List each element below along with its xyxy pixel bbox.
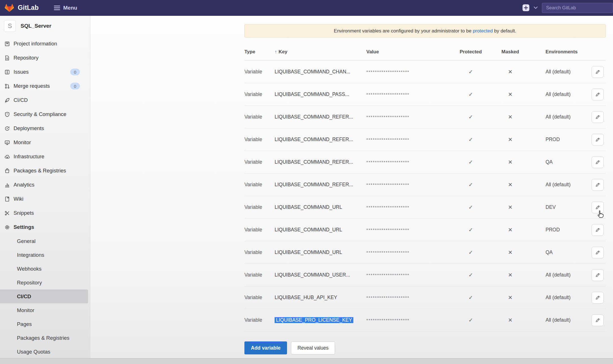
gitlab-home-link[interactable]: GitLab: [5, 3, 39, 12]
pencil-icon: [595, 69, 600, 74]
sidebar-item-settings[interactable]: Settings: [0, 220, 90, 234]
sidebar-item-ci-cd[interactable]: CI/CD: [0, 93, 90, 107]
masked-x-icon: ✕: [491, 249, 530, 256]
sidebar-item-issues[interactable]: Issues 0: [0, 65, 90, 79]
menu-button[interactable]: Menu: [54, 5, 77, 11]
sidebar-item-security-compliance[interactable]: Security & Compliance: [0, 107, 90, 121]
admin-protected-banner: Environment variables are configured by …: [244, 24, 606, 38]
protected-check-icon: ✓: [451, 91, 491, 98]
variable-row: Variable LIQUIBASE_COMMAND_REFER... ****…: [244, 151, 606, 174]
issues-icon: [4, 69, 10, 75]
chevron-down-icon[interactable]: [534, 6, 538, 9]
variables-table-header: Type ↑ Key Value Protected Masked Enviro…: [244, 38, 606, 61]
masked-x-icon: ✕: [491, 227, 530, 233]
project-header[interactable]: S SQL_Server: [0, 16, 90, 34]
gear-icon: [4, 225, 10, 230]
protected-check-icon: ✓: [451, 69, 491, 75]
variable-row: Variable LIQUIBASE_COMMAND_REFER... ****…: [244, 128, 606, 151]
selected-key-text: LIQUIBASE_PRO_LICENSE_KEY: [275, 317, 353, 323]
protected-check-icon: ✓: [451, 317, 491, 323]
masked-x-icon: ✕: [491, 204, 530, 210]
sidebar-subitem-repository[interactable]: Repository: [0, 276, 90, 290]
project-information-icon: [4, 41, 10, 47]
edit-variable-button[interactable]: [592, 292, 604, 304]
analytics-icon: [4, 182, 10, 188]
new-item-plus-icon[interactable]: [522, 4, 529, 11]
edit-variable-button[interactable]: [592, 156, 604, 168]
sidebar-item-deployments[interactable]: Deployments: [0, 121, 90, 135]
protected-check-icon: ✓: [451, 204, 491, 210]
sidebar-item-project-information[interactable]: Project information: [0, 37, 90, 51]
merge-requests-count-badge: 0: [70, 83, 80, 89]
variable-row: Variable LIQUIBASE_HUB_API_KEY *********…: [244, 286, 606, 309]
snippets-icon: [4, 210, 10, 216]
sidebar-subitem-monitor[interactable]: Monitor: [0, 303, 90, 317]
masked-x-icon: ✕: [491, 317, 530, 323]
variable-row: Variable LIQUIBASE_COMMAND_URL *********…: [244, 241, 606, 264]
sidebar-item-analytics[interactable]: Analytics: [0, 178, 90, 192]
sidebar-subitem-usage-quotas[interactable]: Usage Quotas: [0, 345, 90, 359]
sidebar-subitem-pages[interactable]: Pages: [0, 317, 90, 331]
sidebar-item-packages-registries[interactable]: Packages & Registries: [0, 164, 90, 178]
edit-variable-button[interactable]: [592, 201, 604, 213]
sidebar-item-repository[interactable]: Repository: [0, 51, 90, 65]
edit-variable-button[interactable]: [592, 134, 604, 146]
sidebar-item-merge-requests[interactable]: Merge requests 0: [0, 79, 90, 93]
sidebar-subitem-webhooks[interactable]: Webhooks: [0, 262, 90, 276]
col-header-type: Type: [244, 49, 275, 55]
protected-link[interactable]: protected: [473, 28, 493, 34]
edit-variable-button[interactable]: [592, 111, 604, 123]
sidebar-subitem-packages-registries[interactable]: Packages & Registries: [0, 331, 90, 345]
variable-row: Variable LIQUIBASE_COMMAND_REFER... ****…: [244, 106, 606, 128]
sidebar-nav: Project information Repository Issues 0 …: [0, 37, 90, 359]
sidebar: S SQL_Server Project information Reposit…: [0, 16, 90, 364]
add-variable-button[interactable]: Add variable: [244, 341, 287, 354]
edit-variable-button[interactable]: [592, 89, 604, 100]
edit-variable-button[interactable]: [592, 179, 604, 191]
gitlab-wordmark: GitLab: [18, 4, 39, 12]
pencil-icon: [595, 92, 600, 97]
reveal-values-button[interactable]: Reveal values: [291, 341, 335, 354]
pencil-icon: [595, 115, 600, 119]
edit-variable-button[interactable]: [592, 269, 604, 281]
sidebar-item-wiki[interactable]: Wiki: [0, 192, 90, 206]
pencil-icon: [595, 295, 600, 300]
pencil-icon: [595, 227, 600, 232]
col-header-key[interactable]: ↑ Key: [275, 49, 366, 55]
protected-check-icon: ✓: [451, 272, 491, 278]
pencil-icon: [595, 160, 600, 165]
sidebar-subitem-ci-cd[interactable]: CI/CD: [0, 290, 88, 303]
sidebar-subitem-integrations[interactable]: Integrations: [0, 248, 90, 262]
bottom-edge-strip: [0, 358, 613, 364]
pencil-icon: [595, 318, 600, 323]
edit-variable-button[interactable]: [592, 66, 604, 78]
topbar: GitLab Menu: [0, 0, 613, 16]
protected-check-icon: ✓: [451, 114, 491, 120]
edit-variable-button[interactable]: [592, 247, 604, 258]
ci-cd-icon: [4, 98, 10, 103]
protected-check-icon: ✓: [451, 227, 491, 233]
sidebar-item-snippets[interactable]: Snippets: [0, 206, 90, 220]
sidebar-item-monitor[interactable]: Monitor: [0, 135, 90, 150]
sidebar-subitem-general[interactable]: General: [0, 234, 90, 248]
pencil-icon: [595, 137, 600, 142]
masked-x-icon: ✕: [491, 136, 530, 143]
masked-x-icon: ✕: [491, 114, 530, 120]
search-input[interactable]: [542, 3, 613, 13]
masked-x-icon: ✕: [491, 159, 530, 165]
masked-x-icon: ✕: [491, 272, 530, 278]
col-header-protected: Protected: [451, 49, 491, 55]
protected-check-icon: ✓: [451, 136, 491, 143]
edit-variable-button[interactable]: [592, 224, 604, 236]
repository-icon: [4, 55, 10, 61]
deployments-icon: [4, 126, 10, 131]
protected-check-icon: ✓: [451, 294, 491, 301]
variable-row: Variable LIQUIBASE_COMMAND_URL *********…: [244, 196, 606, 219]
sort-ascending-icon: ↑: [275, 49, 277, 54]
sidebar-item-infrastructure[interactable]: Infrastructure: [0, 150, 90, 164]
masked-x-icon: ✕: [491, 91, 530, 98]
variable-row: Variable LIQUIBASE_COMMAND_USER... *****…: [244, 264, 606, 286]
variable-row: Variable LIQUIBASE_COMMAND_CHAN... *****…: [244, 61, 606, 83]
col-header-environments: Environments: [530, 49, 586, 55]
edit-variable-button[interactable]: [592, 314, 604, 326]
